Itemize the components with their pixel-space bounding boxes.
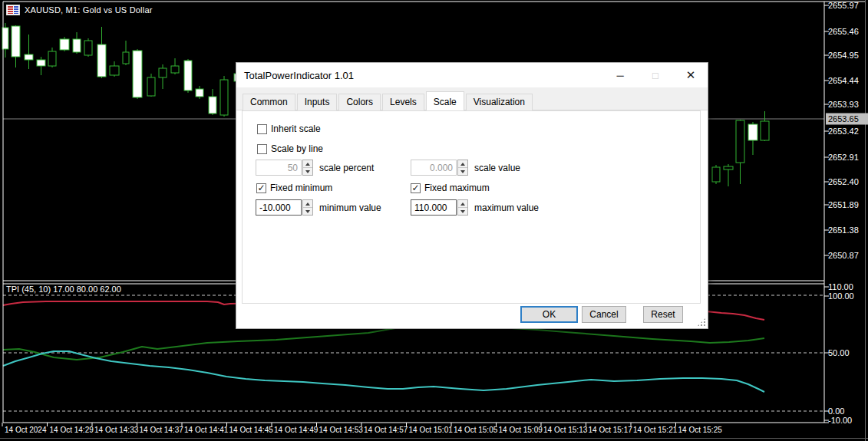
bull-candle [84,41,92,55]
total-power-line [3,351,764,392]
reset-button[interactable]: Reset [643,306,683,323]
maximum-value-label: maximum value [474,202,539,213]
bull-candle [761,121,769,140]
bear-candle [196,89,203,97]
minimum-value-label: minimum value [319,202,381,213]
bull-candle [171,66,179,73]
scale-tab-panel: Inherit scale Scale by line scale percen… [242,110,701,304]
maximize-icon: □ [645,65,666,85]
bear-candle [73,39,81,52]
bear-candle [60,39,69,50]
bull-candle [220,80,228,115]
fixed-maximum-label: Fixed maximum [424,183,490,193]
bear-candle [184,61,192,91]
scale-by-line-label: Scale by line [271,143,323,154]
dialog-title: TotalPowerIndicator 1.01 [244,70,354,81]
tab-scale[interactable]: Scale [426,91,464,110]
tab-common[interactable]: Common [243,94,295,110]
inherit-scale-label: Inherit scale [271,123,321,134]
scale-percent-label: scale percent [319,163,374,173]
bull-candle [724,166,733,169]
scale-value-stepper[interactable] [457,160,468,176]
bear-candle [748,124,757,140]
dialog-tab-strip: Common Inputs Colors Levels Scale Visual… [236,87,708,110]
bear-candle [37,60,45,66]
cancel-button[interactable]: Cancel [582,306,626,323]
bull-candle [48,51,56,66]
minimum-value-stepper[interactable] [302,199,313,216]
inherit-scale-checkbox[interactable] [257,124,267,134]
scale-percent-input[interactable] [256,160,302,176]
scale-value-label: scale value [474,163,520,173]
bear-candle [25,54,33,60]
symbol-flag-icon [6,5,20,15]
maximum-value-stepper[interactable] [457,199,468,216]
mt5-chart-window: 2655.972655.462654.952654.442653.932653.… [0,0,868,441]
bull-candle [736,120,744,163]
scale-percent-stepper[interactable] [302,160,313,176]
bulls-power-line [3,326,764,360]
tab-colors[interactable]: Colors [338,94,381,110]
tab-levels[interactable]: Levels [382,94,424,110]
minimum-value-input[interactable] [256,199,302,216]
scale-by-line-checkbox[interactable] [257,144,267,154]
close-icon[interactable]: ✕ [680,65,701,85]
bull-candle [110,66,119,75]
bear-candle [97,44,106,77]
bull-candle [712,167,720,182]
dialog-title-bar[interactable]: TotalPowerIndicator 1.01 [236,63,708,87]
bear-candle [12,26,20,57]
scale-value-input[interactable] [411,160,457,176]
bear-candle [133,51,142,97]
symbol-row: XAUUSD, M1: Gold vs US Dollar [6,5,153,15]
minimize-icon[interactable]: ─ [609,65,631,85]
tab-visualization[interactable]: Visualization [466,94,533,110]
bull-candle [147,77,155,96]
bear-candle [209,97,216,114]
fixed-minimum-checkbox[interactable]: ✓ [256,183,266,193]
tab-inputs[interactable]: Inputs [297,94,338,110]
indicator-properties-dialog: TotalPowerIndicator 1.01 ─ □ ✕ Common In… [236,63,708,328]
symbol-label: XAUUSD, M1: Gold vs US Dollar [25,5,153,15]
fixed-minimum-label: Fixed minimum [270,183,332,193]
bull-candle [123,52,129,64]
ok-button[interactable]: OK [520,306,578,323]
maximum-value-input[interactable] [411,199,457,216]
bull-candle [159,68,167,77]
resize-grip[interactable] [697,318,706,327]
fixed-maximum-checkbox[interactable]: ✓ [411,183,421,193]
